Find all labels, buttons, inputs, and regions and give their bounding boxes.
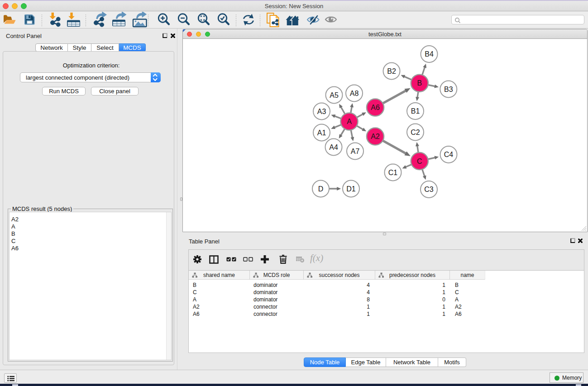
svg-text:D: D <box>318 185 324 193</box>
svg-text:C3: C3 <box>424 186 434 193</box>
svg-text:C2: C2 <box>411 129 420 136</box>
svg-text:D1: D1 <box>346 185 356 193</box>
svg-text:A7: A7 <box>351 148 360 155</box>
svg-text:C4: C4 <box>444 151 454 158</box>
svg-text:B: B <box>417 79 422 87</box>
svg-text:A2: A2 <box>371 133 380 140</box>
svg-text:C: C <box>417 157 422 165</box>
svg-text:A3: A3 <box>317 108 326 115</box>
svg-text:C1: C1 <box>388 169 398 176</box>
svg-text:A8: A8 <box>350 90 359 97</box>
svg-text:A4: A4 <box>329 143 338 151</box>
svg-text:A1: A1 <box>317 129 326 137</box>
svg-text:B1: B1 <box>411 107 420 115</box>
svg-text:B3: B3 <box>444 86 453 93</box>
svg-text:A: A <box>347 118 352 125</box>
svg-text:A6: A6 <box>371 104 380 111</box>
svg-text:A5: A5 <box>330 91 339 99</box>
svg-text:B4: B4 <box>425 50 434 58</box>
svg-text:B2: B2 <box>387 67 396 75</box>
